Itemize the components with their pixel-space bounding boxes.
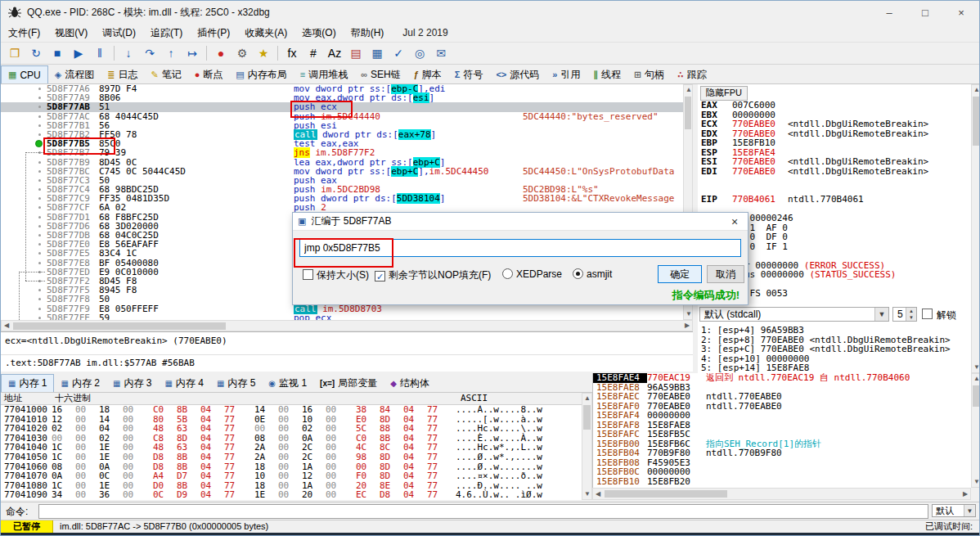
tab-dump4[interactable]: ▦内存 4	[158, 374, 209, 392]
tab-callstack[interactable]: ≡调用堆栈	[294, 65, 354, 83]
stack-vscrollbar[interactable]: ▲ ▼	[971, 373, 980, 488]
open-file-icon[interactable]: ❐	[5, 44, 25, 62]
stack-pane[interactable]: 15E8FAE4770EAC19返回到 ntdll.770EAC19 自 ntd…	[592, 373, 971, 488]
run-to-user-icon[interactable]: ↦	[182, 44, 202, 62]
command-input[interactable]	[38, 504, 928, 519]
maximize-button[interactable]: □	[907, 1, 943, 24]
scroll-right-arrow[interactable]: ▶	[682, 321, 692, 331]
dialog-close-icon[interactable]: ×	[722, 215, 748, 228]
scroll-down-arrow[interactable]: ▼	[582, 489, 592, 499]
run-icon[interactable]: ▶	[69, 44, 88, 62]
registers-vscrollbar[interactable]: ▲ ▼	[971, 84, 980, 373]
pause-icon[interactable]: ‖	[90, 44, 110, 62]
menu-item[interactable]: 文件(F)	[1, 26, 47, 40]
assemble-instruction-input[interactable]	[299, 239, 741, 257]
stack-row[interactable]: 15E8FB1015E8FB20	[593, 477, 971, 487]
tab-handles[interactable]: ⊞句柄	[627, 65, 671, 83]
tab-threads[interactable]: ∥线程	[587, 65, 627, 83]
scroll-thumb[interactable]	[13, 322, 226, 330]
scroll-thumb[interactable]	[685, 97, 691, 129]
menu-item[interactable]: 选项(O)	[294, 26, 343, 40]
tab-watch1[interactable]: ◉监视 1	[262, 374, 313, 392]
scroll-down-arrow[interactable]: ▼	[972, 363, 980, 372]
memory-row[interactable]: 77041090340036000CD904771E002000ECD80477…	[1, 490, 582, 500]
menu-item[interactable]: 插件(P)	[190, 26, 237, 40]
favorites-icon[interactable]: ★	[254, 44, 273, 62]
keep-size-checkbox[interactable]	[303, 269, 313, 280]
scroll-left-arrow[interactable]: ◀	[2, 321, 11, 331]
register-row[interactable]: EAX007C6000	[698, 101, 971, 110]
dialog-titlebar[interactable]: ▣ 汇编于 5D8F77AB ×	[293, 213, 748, 231]
xedparse-option[interactable]: XEDParse	[502, 268, 562, 280]
stop-icon[interactable]: ■	[47, 44, 67, 62]
memory-dump[interactable]: 7704100016001800C08B04771400160038840477…	[1, 405, 582, 500]
tab-dump3[interactable]: ▦内存 3	[106, 374, 158, 392]
breakpoint-dot[interactable]	[35, 140, 43, 147]
minimize-button[interactable]: –	[871, 1, 907, 24]
tab-references[interactable]: »引用	[546, 65, 587, 83]
unlock-checkbox[interactable]	[922, 309, 933, 319]
cancel-button[interactable]: 取消	[707, 265, 744, 283]
scroll-up-arrow[interactable]: ▲	[972, 85, 980, 95]
tab-graph[interactable]: ◈流程图	[48, 65, 101, 83]
patch-icon[interactable]: ▤	[346, 44, 366, 62]
chevron-down-icon[interactable]: ▼	[874, 308, 888, 321]
stack-row[interactable]: 15E8FAE4770EAC19返回到 ntdll.770EAC19 自 ntd…	[593, 373, 971, 383]
scroll-thumb[interactable]	[605, 490, 727, 498]
memory-map-icon[interactable]: ▦	[367, 44, 387, 62]
memory-row[interactable]: 770410700A000C00A4D7047710001200F08D0477…	[1, 471, 582, 481]
chevron-down-icon[interactable]: ▼	[964, 505, 975, 516]
restart-icon[interactable]: ↻	[26, 44, 46, 62]
asmjit-option[interactable]: asmjit	[573, 268, 612, 280]
scroll-up-arrow[interactable]: ▲	[972, 374, 980, 384]
tab-memory-map[interactable]: ▤内存布局	[229, 65, 293, 83]
close-button[interactable]: ×	[943, 1, 979, 24]
memory-row[interactable]: 770410501C001E00D88B04772A002C00988D0477…	[1, 453, 582, 462]
menu-item[interactable]: 收藏夹(A)	[237, 26, 294, 40]
tab-source[interactable]: <>源代码	[489, 65, 546, 83]
tab-dump2[interactable]: ▦内存 2	[54, 374, 106, 392]
calling-convention-select[interactable]: 默认 (stdcall) ▼	[699, 307, 889, 322]
argument-row[interactable]: 1: [esp+4] 96A59BB3	[698, 326, 971, 336]
stack-row[interactable]: 15E8FB04770B9F80ntdll.770B9F80	[593, 448, 971, 458]
stack-row[interactable]: 15E8FAF400000000	[593, 411, 971, 421]
breakpoint-icon[interactable]: ●	[211, 44, 231, 62]
hide-fpu-button[interactable]: 隐藏FPU	[700, 86, 748, 101]
register-row[interactable]: EBP15E8FB10	[698, 138, 971, 148]
stack-row[interactable]: 15E8FB0C00000000	[593, 467, 971, 477]
tab-script[interactable]: ƒ脚本	[407, 65, 448, 83]
stepper-arrows-icon[interactable]: ▲▼	[906, 308, 916, 321]
tab-cpu[interactable]: ▦CPU	[1, 65, 48, 83]
scroll-up-arrow[interactable]: ▲	[582, 394, 592, 403]
ok-button[interactable]: 确定	[658, 265, 702, 283]
scroll-thumb[interactable]	[583, 405, 591, 430]
comment-icon[interactable]: ✉	[431, 44, 451, 62]
scroll-thumb[interactable]	[973, 385, 979, 407]
disasm-hscrollbar[interactable]: ◀ ▶	[1, 320, 693, 331]
command-syntax-select[interactable]: 默认 ▼	[932, 504, 976, 517]
tab-dump1[interactable]: ▦内存 1	[1, 374, 54, 392]
register-row[interactable]: EDI770EABE0<ntdll.DbgUiRemoteBreakin>	[698, 167, 971, 177]
fill-nop-option[interactable]: ✓剩余字节以NOP填充(F)	[375, 268, 491, 282]
scroll-thumb[interactable]	[973, 97, 979, 146]
search-icon[interactable]: ◎	[410, 44, 429, 62]
hash-icon[interactable]: #	[303, 44, 323, 62]
scroll-right-arrow[interactable]: ▶	[960, 489, 970, 499]
menu-item[interactable]: 帮助(H)	[344, 26, 392, 40]
step-out-icon[interactable]: ↑	[161, 44, 181, 62]
tab-locals[interactable]: [x=]局部变量	[313, 374, 384, 392]
tab-dump5[interactable]: ▦内存 5	[210, 374, 262, 392]
step-into-icon[interactable]: ↓	[119, 44, 138, 62]
register-row[interactable]: EIP770B4061ntdll.770B4061	[698, 195, 971, 205]
menu-item[interactable]: 调试(D)	[95, 26, 143, 40]
tab-notes[interactable]: ✎笔记	[144, 65, 187, 83]
memory-row[interactable]: 7704100016001800C08B04771400160038840477…	[1, 405, 582, 415]
asmjit-radio[interactable]	[573, 268, 583, 279]
menu-item[interactable]: 追踪(T)	[143, 26, 190, 40]
tab-struct[interactable]: ◆结构体	[384, 374, 436, 392]
check-icon[interactable]: ✓	[389, 44, 408, 62]
memory-vscrollbar[interactable]: ▲ ▼	[582, 393, 592, 500]
tab-breakpoints[interactable]: ●断点	[188, 65, 230, 83]
arg-count-stepper[interactable]: 5 ▲▼	[892, 307, 917, 322]
xedparse-radio[interactable]	[502, 268, 513, 279]
